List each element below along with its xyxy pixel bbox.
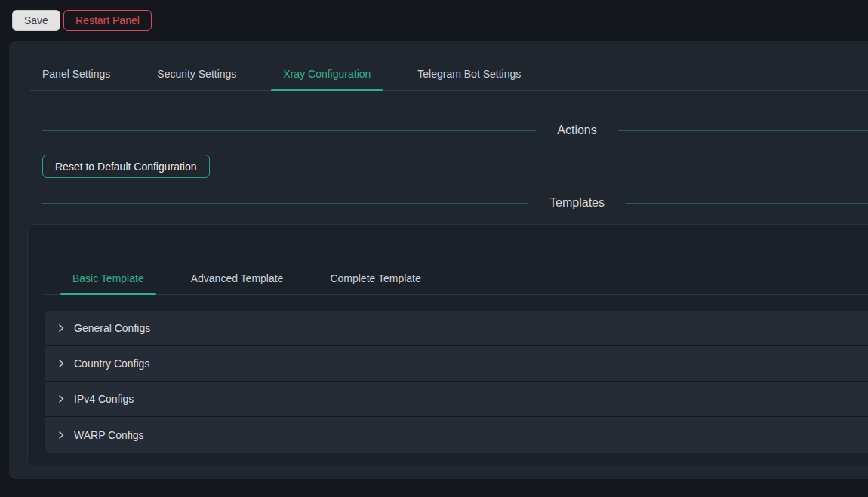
- collapse-item-label: General Configs: [74, 322, 150, 334]
- actions-divider-label: Actions: [557, 124, 596, 137]
- save-button[interactable]: Save: [12, 10, 60, 31]
- tab-advanced-template[interactable]: Advanced Template: [179, 262, 296, 294]
- tab-telegram-bot-settings[interactable]: Telegram Bot Settings: [405, 58, 533, 90]
- collapse-item-label: IPv4 Configs: [74, 393, 134, 405]
- collapse-item-ipv4-configs[interactable]: IPv4 Configs: [45, 382, 868, 417]
- tab-security-settings[interactable]: Security Settings: [145, 58, 248, 90]
- settings-tabbar: Panel Settings Security Settings Xray Co…: [30, 58, 868, 91]
- settings-card: Panel Settings Security Settings Xray Co…: [9, 41, 868, 479]
- xray-settings-page: { "toolbar": { "save_label": "Save", "re…: [0, 0, 868, 497]
- template-config-collapse: General Configs Country Configs IPv4 Con…: [45, 311, 868, 453]
- chevron-right-icon: [57, 359, 66, 368]
- templates-divider: Templates: [42, 194, 868, 212]
- chevron-right-icon: [57, 394, 66, 403]
- reset-to-default-button[interactable]: Reset to Default Configuration: [42, 155, 210, 178]
- tab-complete-template[interactable]: Complete Template: [318, 262, 432, 294]
- restart-panel-button[interactable]: Restart Panel: [63, 10, 152, 31]
- actions-divider: Actions: [42, 121, 868, 140]
- collapse-item-warp-configs[interactable]: WARP Configs: [45, 417, 868, 453]
- templates-tabbar: Basic Template Advanced Template Complet…: [45, 262, 868, 295]
- templates-card: Basic Template Advanced Template Complet…: [27, 224, 868, 465]
- chevron-right-icon: [57, 324, 66, 333]
- collapse-item-general-configs[interactable]: General Configs: [45, 311, 868, 346]
- collapse-item-label: Country Configs: [74, 357, 149, 370]
- collapse-item-label: WARP Configs: [74, 429, 144, 441]
- collapse-item-country-configs[interactable]: Country Configs: [45, 346, 868, 382]
- top-toolbar: Save Restart Panel: [0, 0, 868, 36]
- tab-panel-settings[interactable]: Panel Settings: [30, 58, 122, 90]
- chevron-right-icon: [57, 431, 66, 440]
- templates-divider-label: Templates: [549, 196, 605, 210]
- tab-xray-configuration[interactable]: Xray Configuration: [271, 58, 383, 90]
- tab-basic-template[interactable]: Basic Template: [60, 262, 156, 294]
